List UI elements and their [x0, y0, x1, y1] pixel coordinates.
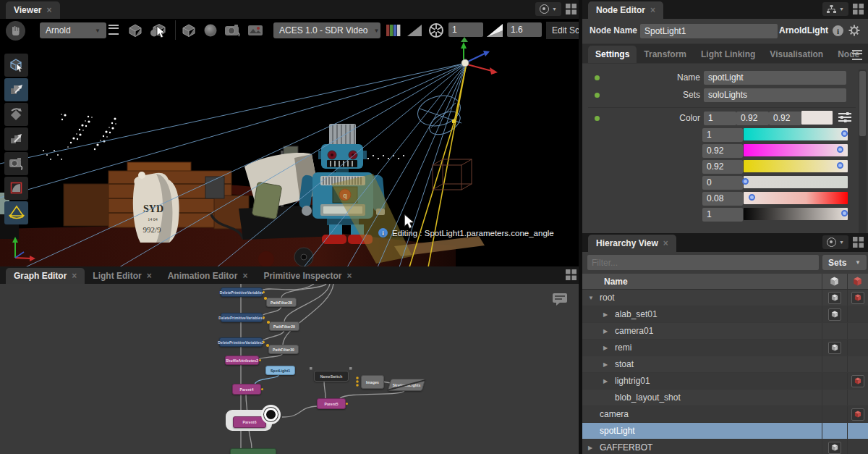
tab-animation-editor[interactable]: Animation Editor× — [160, 268, 256, 284]
node-graph-canvas[interactable]: DeletePrimitiveVariablesPathFilter28Dele… — [0, 284, 581, 454]
hierarchy-row-camera01[interactable]: ▶camera01 — [582, 323, 868, 340]
red-cube-badge[interactable] — [851, 292, 864, 304]
channels-rgb-icon[interactable] — [386, 23, 401, 38]
graph-node-images[interactable]: Images — [361, 375, 384, 389]
viewport-3d[interactable]: SYD 14 04 992/9 — [0, 42, 579, 266]
scale-tool-button[interactable] — [4, 127, 28, 151]
viewer-lens-menu[interactable]: ▼ — [535, 2, 561, 16]
slider-gradient-bar[interactable] — [744, 192, 848, 204]
hierarchy-row-blob_layout_shot[interactable]: blob_layout_shot — [582, 390, 868, 406]
image-layers-icon[interactable] — [247, 23, 264, 38]
tab-visualisation[interactable]: Visualisation — [762, 46, 830, 63]
output-port[interactable] — [261, 388, 264, 391]
slider-gradient-bar[interactable] — [744, 160, 848, 172]
rotate-tool-button[interactable] — [4, 103, 28, 126]
close-icon[interactable]: × — [46, 5, 51, 15]
slider-handle[interactable] — [841, 210, 848, 217]
tab-graph-editor[interactable]: Graph Editor× — [6, 268, 85, 284]
node-editor-follow-menu[interactable]: ▼ — [822, 2, 848, 16]
exposure-field[interactable] — [448, 22, 483, 37]
renderer-dropdown[interactable]: Arnold▼ — [40, 22, 106, 38]
slider-value-field[interactable] — [702, 192, 743, 206]
gray-cube-badge[interactable] — [828, 342, 841, 354]
translate-tool-button[interactable] — [4, 78, 28, 101]
slider-gradient-bar[interactable] — [744, 128, 848, 140]
gray-cube-badge[interactable] — [828, 442, 841, 454]
slider-handle[interactable] — [749, 194, 755, 201]
output-port[interactable] — [263, 316, 265, 319]
tab-transform[interactable]: Transform — [637, 46, 694, 63]
scrollbar-thumb[interactable] — [859, 71, 866, 136]
gamma-field[interactable] — [507, 22, 542, 37]
gray-cube-column-icon[interactable] — [822, 274, 847, 289]
param-sets-input[interactable] — [704, 88, 846, 102]
node-name-input[interactable] — [640, 24, 778, 38]
pan-hand-button[interactable] — [6, 21, 25, 41]
graph-node-parent4[interactable]: Parent4 — [232, 384, 261, 395]
scrollbar[interactable]: ▲ ▼ — [859, 70, 867, 233]
slider-gradient-bar[interactable] — [744, 144, 848, 156]
layout-grid-icon[interactable] — [566, 4, 576, 14]
layout-grid-icon[interactable] — [566, 269, 576, 280]
camera-icon[interactable] — [224, 23, 242, 38]
annotation-icon[interactable] — [552, 293, 568, 306]
slider-gradient-bar[interactable] — [744, 208, 848, 220]
filter-port[interactable] — [266, 344, 269, 347]
hierarchy-row-camera[interactable]: camera — [582, 406, 868, 423]
display-transform-dropdown[interactable]: ACES 1.0 - SDR Video▼ — [273, 22, 380, 38]
sets-dropdown[interactable]: Sets▼ — [822, 255, 867, 270]
output-port[interactable] — [263, 291, 265, 294]
tab-settings[interactable]: Settings — [588, 46, 637, 63]
slider-handle[interactable] — [837, 146, 843, 153]
filter-input[interactable] — [587, 255, 819, 270]
slider-value-field[interactable] — [702, 208, 743, 222]
info-icon[interactable]: i — [833, 25, 843, 36]
red-cube-badge[interactable] — [851, 408, 864, 421]
hierarchy-row-spotLight[interactable]: spotLight — [582, 423, 868, 440]
slider-value-field[interactable] — [702, 128, 743, 142]
close-icon[interactable]: × — [72, 271, 77, 281]
slider-gradient-bar[interactable] — [744, 176, 848, 188]
hamburger-icon[interactable] — [852, 50, 862, 60]
graph-node-skydomelights[interactable]: SkydomeLights — [388, 379, 426, 391]
gradient-triangle-icon[interactable] — [406, 23, 423, 38]
gray-cube-badge[interactable] — [828, 308, 841, 321]
geometry-cube-icon[interactable] — [181, 23, 197, 38]
tree-expand-icon[interactable]: ▶ — [603, 328, 610, 335]
tree-expand-icon[interactable]: ▶ — [603, 311, 610, 318]
tree-expand-icon[interactable]: ▶ — [603, 361, 610, 368]
tab-node-editor[interactable]: Node Editor × — [588, 1, 663, 19]
close-icon[interactable]: × — [242, 271, 247, 281]
tab-light-linking[interactable]: Light Linking — [694, 46, 762, 63]
close-icon[interactable]: × — [346, 271, 352, 281]
slider-value-field[interactable] — [702, 160, 743, 174]
output-port[interactable] — [346, 403, 349, 405]
tab-light-editor[interactable]: Light Editor× — [85, 268, 159, 284]
param-name-input[interactable] — [704, 71, 846, 85]
color-swatch[interactable] — [801, 111, 833, 125]
crop-window-tool-button[interactable] — [4, 177, 28, 200]
graph-node-nameswitch[interactable]: NameSwitch — [314, 371, 349, 382]
slider-value-field[interactable] — [702, 176, 743, 190]
edit-scope-button[interactable]: Edit Scope — [546, 22, 581, 39]
output-port[interactable] — [259, 359, 262, 362]
close-icon[interactable]: × — [650, 5, 655, 15]
graph-node-parent5[interactable]: Parent5 — [317, 398, 346, 409]
gear-icon[interactable] — [848, 25, 860, 36]
red-cube-column-icon[interactable] — [847, 274, 868, 289]
gamma-triangle-icon[interactable] — [485, 22, 504, 38]
tab-hierarchy-view[interactable]: Hierarchy View × — [588, 235, 676, 252]
slider-handle[interactable] — [837, 162, 843, 169]
slider-handle[interactable] — [841, 130, 848, 137]
hierarchy-row-lightrig01[interactable]: ▶lightrig01 — [582, 373, 868, 390]
hierarchy-row-remi[interactable]: ▶remi — [582, 340, 868, 356]
slider-value-field[interactable] — [702, 144, 743, 158]
hierarchy-row-alab_set01[interactable]: ▶alab_set01 — [582, 306, 868, 323]
layout-grid-icon[interactable] — [853, 4, 864, 14]
color-b-field[interactable] — [769, 112, 801, 125]
graph-node-deleteprimitivevariables1[interactable]: DeletePrimitiveVariables1 — [221, 313, 263, 322]
layout-grid-icon[interactable] — [853, 237, 864, 248]
tree-expand-icon[interactable]: ▶ — [588, 445, 595, 451]
tab-viewer[interactable]: Viewer × — [6, 1, 60, 19]
graph-node-deleteprimitivevariables[interactable]: DeletePrimitiveVariables — [221, 287, 263, 297]
